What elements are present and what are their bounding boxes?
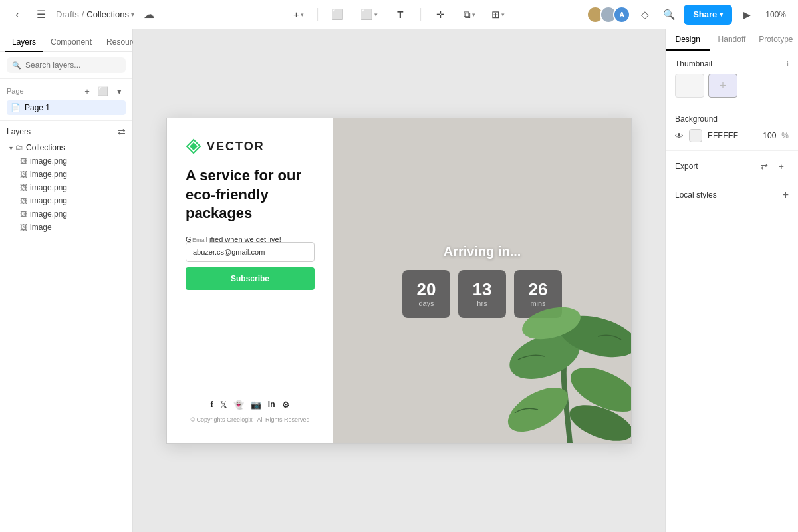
layer-image-icon-2: 🖼 [20,170,27,178]
background-section: Background 👁 EFEFEF 100 % [666,106,798,151]
countdown-days-unit: days [418,299,434,307]
thumbnail-preview-2[interactable]: + [708,74,737,98]
layer-item-name-5: image.png [30,209,67,219]
page-item[interactable]: 📄 Page 1 [7,100,126,115]
facebook-icon[interactable]: f [210,399,213,410]
sidebar-tabs: Layers Component Resource [0,29,132,52]
cloud-sync-icon[interactable]: ☁ [140,5,158,24]
export-settings-icon[interactable]: ⇄ [757,159,771,174]
local-styles-label: Local styles [675,190,717,200]
email-input[interactable] [186,242,315,262]
layer-item-4[interactable]: 🖼 image.png [7,194,126,207]
main-layout: Layers Component Resource 🔍 Page + ⬜ ▾ 📄 [0,29,798,532]
visibility-toggle-icon[interactable]: 👁 [675,131,684,141]
collections-group: ▾ 🗂 Collections 🖼 image.png 🖼 image.png … [7,141,126,234]
breadcrumb: Drafts / Collections ▾ [56,9,134,19]
avatar-group: A [587,6,630,23]
page-file-icon: 📄 [11,103,21,112]
social-icons: f 𝕏 👻 📷 in ⚙ [186,399,315,410]
right-panel: Design Handoff Prototype Thumbnail ℹ + B… [665,29,798,532]
countdown-days: 20 days [402,270,450,318]
frame-left: VECTOR A service for our eco-friendly pa… [167,118,333,443]
layer-item-6[interactable]: 🖼 image [7,221,126,234]
layer-image-icon-1: 🖼 [20,157,27,165]
layers-tool-button[interactable]: ⧉ ▾ [460,5,479,24]
tab-handoff[interactable]: Handoff [710,29,753,51]
page-options-button[interactable]: ⬜ [96,84,110,98]
breadcrumb-active[interactable]: Collections ▾ [86,9,134,19]
add-tool-button[interactable]: + ▾ [289,5,308,24]
email-field-wrap: Email [186,242,315,262]
thumbnail-preview-1[interactable] [675,74,704,98]
search-global-icon[interactable]: 🔍 [660,5,678,24]
search-layers-input[interactable] [25,61,120,70]
plant-illustration [505,223,631,443]
layer-item-5[interactable]: 🖼 image.png [7,207,126,221]
move-tool-button[interactable]: ✛ [430,5,452,24]
tab-design[interactable]: Design [666,29,710,51]
layer-item-name-1: image.png [30,156,67,166]
zoom-level[interactable]: 100% [761,10,790,19]
breadcrumb-separator: / [82,9,84,19]
shape-tool-button[interactable]: ⬜ ▾ [356,5,382,24]
thumbnail-section: Thumbnail ℹ + [666,51,798,106]
page-expand-button[interactable]: ▾ [112,84,126,98]
twitter-icon[interactable]: 𝕏 [220,400,227,410]
panel-tabs: Design Handoff Prototype [666,29,798,51]
github-icon[interactable]: ⚙ [282,400,290,410]
bg-color-swatch[interactable] [689,129,702,142]
frame-tool-button[interactable]: ⬜ [327,5,348,24]
tab-layers[interactable]: Layers [5,33,43,52]
thumbnail-add-icon: + [720,79,727,93]
layer-item-name-2: image.png [30,170,67,179]
tab-component[interactable]: Component [44,33,98,52]
page-section: Page + ⬜ ▾ 📄 Page 1 [0,79,132,121]
plugin-icon[interactable]: ◇ [636,5,654,24]
subscribe-button[interactable]: Subscribe [186,267,315,290]
menu-button[interactable]: ☰ [32,5,51,24]
export-row: Export ⇄ + [675,159,789,174]
topbar: ‹ ☰ Drafts / Collections ▾ ☁ + ▾ ⬜ ⬜ ▾ T… [0,0,798,29]
layers-tool-arrow: ▾ [472,11,475,18]
page-section-header: Page + ⬜ ▾ [7,84,126,98]
bg-opacity-value[interactable]: 100 [757,131,776,140]
local-styles-add-icon[interactable]: + [783,189,789,201]
snapchat-icon[interactable]: 👻 [233,400,244,410]
components-tool-button[interactable]: ⊞ ▾ [487,5,509,24]
play-button[interactable]: ▶ [737,5,756,24]
collections-chevron-icon: ▾ [9,144,13,152]
background-label: Background [675,114,718,124]
logo-text: VECTOR [207,140,265,154]
add-tool-arrow: ▾ [301,11,304,18]
breadcrumb-root[interactable]: Drafts [56,9,79,19]
layers-action-button[interactable]: ⇄ [118,126,126,137]
frame-right: Arriving in... 20 days 13 hrs 26 mins [333,118,631,443]
linkedin-icon[interactable]: in [268,400,275,409]
layers-section: Layers ⇄ ▾ 🗂 Collections 🖼 image.png 🖼 i… [0,121,132,238]
export-label: Export [675,162,698,171]
canvas-area[interactable]: VECTOR A service for our eco-friendly pa… [133,29,665,532]
logo-area: VECTOR [186,138,315,154]
thumbnail-info-icon[interactable]: ℹ [786,60,789,68]
copyright-text: © Copyrights Greelogix | All Rights Rese… [186,416,315,423]
shape-tool-arrow: ▾ [374,11,378,18]
back-button[interactable]: ‹ [8,5,27,24]
countdown-days-num: 20 [417,281,436,298]
layer-item-3[interactable]: 🖼 image.png [7,181,126,194]
layer-item-name-4: image.png [30,196,67,205]
sidebar-search: 🔍 [0,52,132,79]
export-add-icon[interactable]: + [774,159,789,174]
share-button[interactable]: Share ▾ [684,5,732,25]
layer-item-1[interactable]: 🖼 image.png [7,154,126,168]
tab-prototype[interactable]: Prototype [754,29,798,51]
add-page-button[interactable]: + [80,84,94,98]
layer-image-icon-5: 🖼 [20,210,27,218]
collections-group-header[interactable]: ▾ 🗂 Collections [7,141,126,154]
text-tool-button[interactable]: T [390,5,411,24]
instagram-icon[interactable]: 📷 [251,400,261,410]
layer-item-2[interactable]: 🖼 image.png [7,168,126,181]
components-tool-arrow: ▾ [501,11,505,18]
svg-marker-1 [190,142,198,150]
local-styles-section: Local styles + [666,182,798,207]
bg-hex-value[interactable]: EFEFEF [708,131,752,140]
